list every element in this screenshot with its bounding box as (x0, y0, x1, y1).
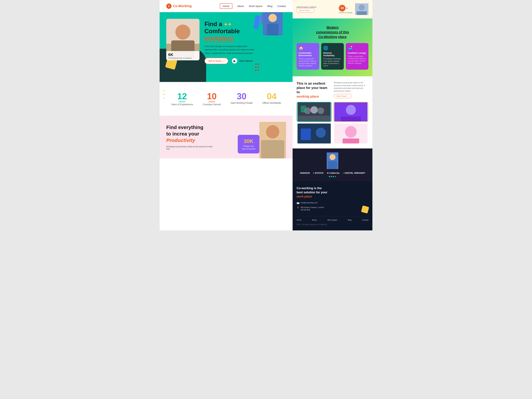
logo-icon: C (168, 5, 170, 7)
nav-about[interactable]: About (237, 5, 244, 7)
get-in-touch-button[interactable]: Get In Touch → (204, 58, 228, 64)
stat-years-underline (179, 101, 185, 102)
top-bar-cta-button[interactable]: Get In Touch → (297, 8, 314, 13)
brand-dot-4 (335, 176, 336, 177)
excellent-img-office (297, 124, 332, 144)
svg-rect-30 (328, 161, 337, 169)
footer-nav-about[interactable]: About (312, 219, 317, 221)
excellent-description: Workplace productivity relates to the am… (334, 81, 368, 92)
modern-card-comfortable: 🏠 Comfortable Environment There is a goo… (297, 43, 319, 70)
excellent-img-person1 (333, 102, 368, 122)
prod-card-label: Peoples new ways to succeed (242, 145, 255, 150)
brand-dot-1 (329, 176, 330, 177)
productivity-highlight: Productivity (166, 138, 195, 143)
productivity-section: Find everything to increa your Productiv… (160, 116, 293, 158)
network-icon: 🌐 (323, 46, 342, 50)
stats-grid: 12 Years of Experiences 10 Countries Ser… (166, 92, 286, 106)
hero-text-area: Find a ✦✦ Comfortable workplace From cos… (204, 19, 286, 64)
nav-contact[interactable]: Contact (277, 5, 286, 7)
brand-dot-3 (333, 176, 334, 177)
brand-dot-2 (331, 176, 332, 177)
footer-copyright: 2022 © All rights reserved to Co-Working… (297, 224, 327, 225)
modern-card-lounge: 🛋️ Aesthetic Lounge There is a good work… (346, 43, 368, 70)
stat-years-number: 12 (171, 92, 193, 101)
stat-people-label: Hard Working People (231, 101, 253, 104)
footer-nav-blog[interactable]: Blog (348, 219, 351, 221)
excellent-right: Workplace productivity relates to the am… (334, 81, 368, 98)
increase-percent: % (346, 7, 348, 9)
team-svg (297, 102, 331, 122)
person2-svg (333, 124, 368, 144)
footer-email-item: 📧 info@coworking.com (297, 202, 358, 204)
play-icon: ▶ (232, 58, 238, 64)
location-icon: 📍 (297, 207, 299, 209)
stat-countries-label: Countries Served (203, 103, 221, 106)
office-svg (297, 124, 332, 144)
how-it-works-button[interactable]: ▶ How It Work? (232, 58, 253, 64)
logo[interactable]: C Co-Working (166, 4, 192, 9)
svg-rect-27 (343, 139, 359, 144)
nav-home[interactable]: Home (220, 3, 232, 9)
svg-point-8 (266, 125, 279, 139)
modern-section: Modern conveniences of this Co-Working p… (293, 19, 372, 76)
nav-workspace[interactable]: Work Space (249, 5, 262, 7)
brands-list: ADDISON ≡ ESTATO ★ California ⌂ HOSTEL U… (300, 172, 365, 177)
modern-brand-name: Co-Working (318, 35, 337, 38)
svg-rect-17 (298, 116, 331, 122)
footer-address: Bloomsbury Square, London WC1B 4EA (301, 206, 324, 211)
productivity-card: 30K Peoples new ways to succeed (238, 135, 259, 153)
footer-nav-home[interactable]: Home (297, 219, 301, 221)
stat-offices: 04 Offices Worldwide (262, 92, 281, 106)
footer-contact: 📧 info@coworking.com 📍 Bloomsbury Square… (297, 202, 358, 211)
network-desc: The network connection in our space is a… (323, 58, 342, 67)
sparkle-icon: ✦✦ (224, 22, 231, 27)
increase-label: increase on average (339, 12, 352, 13)
right-panel: performance metrics. Get In Touch → 60 %… (293, 0, 372, 230)
increase-number: 60 (339, 5, 345, 12)
svg-point-15 (310, 106, 318, 114)
logo-working: Working (178, 4, 192, 8)
footer-title: Co-working is the best solution for your… (297, 186, 358, 199)
hero-content: 6K Professional love our spaces Find a ✦… (166, 19, 286, 64)
hero-stat-label: Professional love our spaces (168, 57, 197, 59)
svg-rect-9 (261, 140, 284, 158)
brand-indicator-dots (300, 176, 365, 177)
svg-point-24 (316, 128, 326, 138)
footer-nav-workspace[interactable]: Work Space (327, 219, 337, 221)
brand-urbanist: ⌂ HOSTEL URBANIST (343, 172, 365, 174)
lounge-icon: 🛋️ (348, 46, 367, 50)
hero-title-highlight: workplace (204, 35, 234, 42)
email-icon: 📧 (297, 202, 299, 204)
increase-badge: 60 % increase on average (337, 4, 354, 15)
excellent-section: This is an exellent place for your team … (293, 76, 372, 148)
brand-addison: ADDISON (300, 172, 310, 174)
top-bar-person-svg (355, 3, 368, 15)
logo-circle: C (166, 4, 171, 9)
hero-buttons: Get In Touch → ▶ How It Work? (204, 58, 286, 64)
excellent-images (297, 102, 368, 144)
footer-nav-contact[interactable]: Contact (362, 219, 368, 221)
person1-svg (334, 102, 368, 122)
hero-image-box: 6K Professional love our spaces (166, 19, 200, 60)
brand-estato: ≡ ESTATO (313, 172, 323, 174)
top-bar: performance metrics. Get In Touch → 60 %… (293, 0, 372, 19)
yellow-shape-footer (361, 205, 369, 214)
brand-items: ADDISON ≡ ESTATO ★ California ⌂ HOSTEL U… (300, 172, 365, 174)
brand-person-svg (327, 152, 338, 169)
hero-title-line1: Find a (204, 21, 222, 27)
prod-card-number: 30K (242, 138, 255, 144)
nav-blog[interactable]: Blog (267, 5, 272, 7)
comfortable-desc: There is a good work environment so that… (298, 58, 317, 67)
stat-offices-number: 04 (262, 92, 281, 101)
svg-point-29 (329, 154, 336, 160)
stats-section: •• •• •• 12 Years of Experiences 10 Coun… (160, 82, 293, 116)
stat-years-label: Years of Experiences (171, 103, 193, 106)
top-bar-content: performance metrics. Get In Touch → (297, 6, 335, 13)
stat-countries: 10 Countries Served (203, 92, 221, 106)
top-bar-stats: 60 % increase on average (337, 3, 368, 15)
productivity-title: Find everything to increa your Productiv… (166, 124, 224, 144)
svg-rect-12 (357, 11, 367, 15)
excellent-img-team (297, 102, 332, 122)
excellent-cta-button[interactable]: Get In Touch → (334, 94, 351, 98)
stat-people-number: 30 (231, 92, 253, 101)
